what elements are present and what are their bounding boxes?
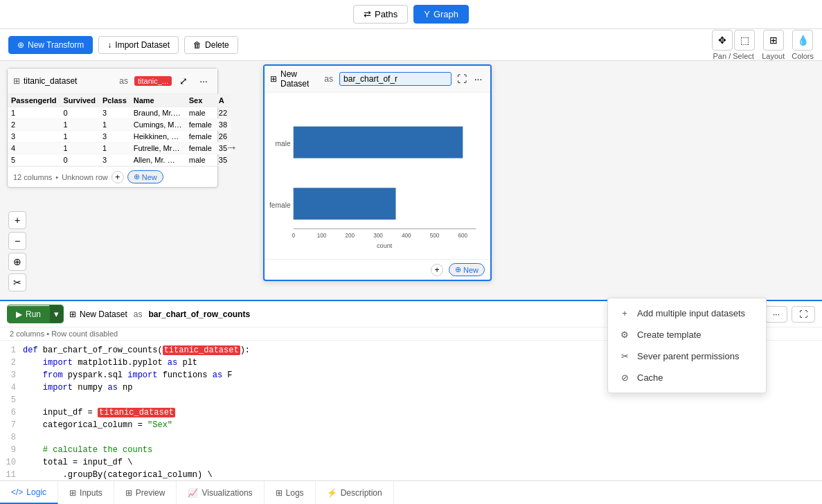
col-passengerid: PassengerId [8,94,60,107]
expand-editor-button[interactable]: ⛶ [792,306,815,323]
chart-new-plus-icon: ⊕ [455,265,461,274]
bar-female [294,188,396,219]
zoom-in-button[interactable]: + [8,211,26,229]
import-icon: ↓ [107,40,111,50]
new-col-label: New [142,173,157,181]
chart-new-button[interactable]: ⊕ New [449,263,485,276]
pan-button[interactable]: ✥ [712,30,733,51]
line-content [23,431,819,444]
col-sex: Sex [186,94,215,107]
table-row: 411Futrelle, Mrs. Jacq...female35 [8,143,231,154]
as-text: as [119,76,128,86]
line-number: 4 [3,381,23,394]
table-cell: Cumings, Mrs. Joh... [130,119,186,131]
import-dataset-label: Import Dataset [115,40,170,50]
chart-expand-button[interactable]: ⛶ [455,71,468,87]
zoom-fit-button[interactable]: ⊕ [8,253,26,271]
meta-rows: Row count disabled [51,330,118,338]
svg-text:male: male [276,140,291,147]
table-cell: male [186,107,215,119]
select-button[interactable]: ⬚ [734,30,755,51]
colors-label: Colors [792,52,814,60]
run-label: Run [26,309,41,319]
svg-text:0: 0 [292,233,295,239]
table-row: 103Braund, Mr. Owen ...male22 [8,107,231,119]
col-age: A [215,94,231,107]
line-number: 5 [3,394,23,406]
zoom-out-button[interactable]: − [8,232,26,250]
toolbar-right: ✥ ⬚ Pan / Select ⊞ Layout 💧 Colors [712,30,814,60]
pan-select-item: ✥ ⬚ Pan / Select [712,30,755,60]
trash-icon: 🗑 [193,40,202,50]
dataset-card-footer: 12 columns • Unknown row + ⊕ New [8,166,217,187]
table-row: 503Allen, Mr. William...male35 [8,154,231,166]
bottom-title: ⊞ New Dataset as bar_chart_of_row_counts [69,309,250,319]
line-content [23,394,819,406]
run-dropdown-button[interactable]: ▾ [49,305,63,323]
sever-permissions-item[interactable]: ✂ Sever parent permissions [608,345,766,367]
table-cell: 1 [60,131,98,143]
table-cell: 1 [99,119,130,131]
colors-item: 💧 Colors [792,30,814,60]
logic-label: Logic [26,487,46,497]
bottom-tabs: </> Logic ⊞ Inputs ⊞ Preview 📈 Visualiza… [0,480,822,504]
table-cell: female [186,143,215,154]
line-content: # calculate the counts [23,444,819,456]
bottom-dataset-label: New Dataset [80,309,127,319]
colors-button[interactable]: 💧 [792,30,813,51]
dataset-expand-button[interactable]: ⤢ [175,73,192,89]
inputs-icon: ⊞ [69,488,76,498]
table-cell: 0 [60,154,98,166]
layout-button[interactable]: ⊞ [763,30,784,51]
code-line: 6 input_df = titanic_dataset [0,406,822,419]
code-line: 7 categorical_column = "Sex" [0,419,822,431]
graph-button[interactable]: Y Graph [413,5,469,24]
new-col-plus-icon: ⊕ [134,172,140,181]
col-survived: Survived [60,94,98,107]
connection-arrow: → [225,141,238,155]
table-cell: 4 [8,143,60,154]
add-column-button[interactable]: + [111,171,124,183]
add-multiple-inputs-item[interactable]: + Add multiple input datasets [608,303,766,324]
dataset-table-icon: ⊞ [13,76,20,86]
more-options-icon: ··· [773,309,780,319]
table-cell: Braund, Mr. Owen ... [130,107,186,119]
tab-preview[interactable]: ⊞ Preview [114,481,177,504]
meta-cols: 2 columns [10,330,44,338]
chart-add-button[interactable]: + [431,264,443,276]
import-dataset-button[interactable]: ↓ Import Dataset [98,36,179,54]
description-label: Description [341,488,382,498]
tab-logs[interactable]: ⊞ Logs [265,481,316,504]
footer-sep: • [55,173,58,181]
zoom-controls: + − ⊕ ✂ [8,211,26,291]
sever-permissions-icon: ✂ [619,351,630,361]
tab-description[interactable]: ⚡ Description [316,481,394,504]
table-cell: 1 [60,143,98,154]
pan-select-label: Pan / Select [713,52,754,60]
run-main-button[interactable]: ▶ Run [8,306,49,323]
chart-card-header: ⊞ New Dataset as ⛶ ··· [265,66,490,93]
cache-item[interactable]: ⊘ Cache [608,367,766,388]
svg-text:400: 400 [402,233,411,239]
chart-new-label: New [463,266,479,274]
tab-inputs[interactable]: ⊞ Inputs [58,481,114,504]
new-column-button[interactable]: ⊕ New [127,170,163,183]
tab-visualizations[interactable]: 📈 Visualizations [177,481,264,504]
chart-name-input[interactable] [339,72,452,86]
table-cell: Heikkinen, Miss. L... [130,131,186,143]
create-template-item[interactable]: ⚙ Create template [608,324,766,345]
tab-logic[interactable]: </> Logic [0,481,58,504]
line-content: .groupBy(categorical_column) \ [23,469,819,480]
code-line: 8 [0,431,822,444]
chart-menu-button[interactable]: ··· [472,71,485,87]
dataset-tag: titanic_... [134,76,172,86]
description-icon: ⚡ [327,488,337,498]
zoom-cut-button[interactable]: ✂ [8,273,26,291]
more-options-button[interactable]: ··· [765,306,787,323]
delete-button[interactable]: 🗑 Delete [184,36,238,54]
line-number: 8 [3,431,23,444]
bottom-table-icon: ⊞ [69,309,76,319]
paths-button[interactable]: ⇄ Paths [353,5,408,24]
new-transform-button[interactable]: ⊕ New Transform [8,36,93,54]
dataset-menu-button[interactable]: ··· [195,73,212,89]
